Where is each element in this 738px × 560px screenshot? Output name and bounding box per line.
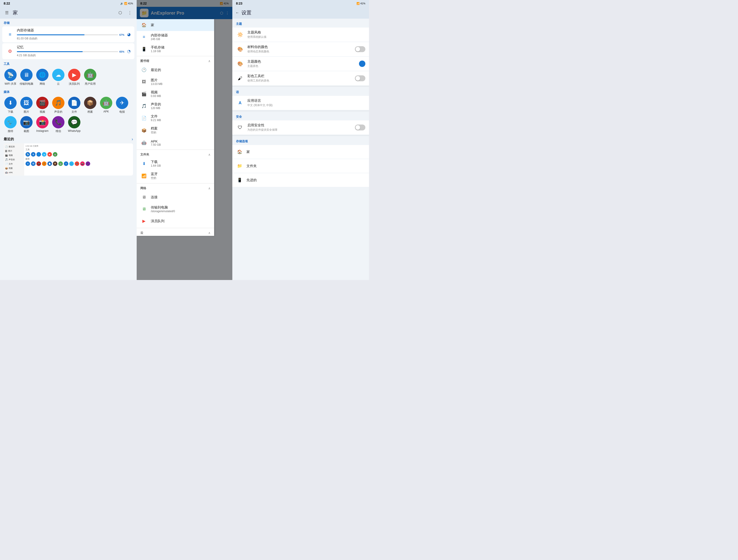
drawer-item-pics[interactable]: 🖼 图片 13.03 MB — [137, 76, 214, 88]
drawer-home-icon: 🏠 — [140, 21, 147, 29]
memory-chart-icon: ◔ — [127, 49, 131, 54]
media-whatsapp[interactable]: 💬 WhatsApp — [67, 116, 81, 133]
material-color-item[interactable]: 🎨 材料你的颜色 使用动态系统颜色 — [232, 42, 369, 56]
internal-storage-progress: 67% — [17, 33, 124, 36]
material-color-sub: 使用动态系统颜色 — [247, 50, 352, 53]
material-color-toggle[interactable] — [355, 46, 365, 52]
media-archive[interactable]: 📦 档案 — [83, 97, 97, 114]
status-icons-panel3: 📶 41% — [356, 2, 365, 5]
tool-cloud[interactable]: ☁ 云 — [51, 69, 65, 86]
thumb-status: 4.53 GB 已使用 — [25, 145, 132, 147]
recent-more-icon[interactable]: › — [132, 137, 133, 142]
drawer-item-recent[interactable]: 🕐 最近的 — [137, 64, 214, 76]
drawer-recent-name: 最近的 — [151, 68, 211, 72]
drawer-cloud-title: 云 — [140, 231, 143, 235]
colorful-toolbar-text: 彩色工具栏 使用工具栏的原色 — [247, 74, 352, 83]
panel-settings: 8:23 📶 41% ← 设置 主题 🔆 主题风格 使用系统默认值 🎨 材料你的… — [232, 0, 369, 280]
media-files[interactable]: 📄 文件 — [67, 97, 81, 114]
drawer-item-home[interactable]: 🏠 家 — [137, 19, 214, 31]
drawer-item-apk[interactable]: 🤖 APK 7.50 GB — [137, 137, 214, 149]
tt4: ☁ — [42, 152, 46, 157]
drawer-item-audio[interactable]: 🎵 声音的 120 MB — [137, 100, 214, 112]
memory-item[interactable]: ⚙ 记忆 65% 4.21 GB 自由的 ◔ — [2, 43, 134, 59]
drawer-transfer-pc-icon: 🖥 — [140, 205, 147, 213]
drawer-item-cast[interactable]: ▶ 演员队列 — [137, 215, 214, 227]
drawer-divider-4 — [137, 228, 214, 228]
storage-nav-folder[interactable]: 📁 文件夹 — [232, 159, 369, 173]
drawer-item-phone[interactable]: 📱 手机存储 1.18 GB — [137, 43, 214, 55]
drawer-apk-text: APK 7.50 GB — [151, 139, 211, 146]
drawer-item-download[interactable]: ⬇ 下载 1.64 GB — [137, 157, 214, 169]
panel-main: 8:22 🔊 📶 41% ☰ 家 ⬡ ⋮ 存储 ≡ 内部存储器 67% 81.0… — [0, 0, 137, 280]
menu-icon[interactable]: ☰ — [3, 9, 10, 16]
media-apk[interactable]: 🤖 APK — [99, 97, 113, 114]
colorful-toolbar-item[interactable]: 🖌 彩色工具栏 使用工具栏的原色 — [232, 71, 369, 85]
drawer-library-header: 图书馆 ∧ — [137, 57, 214, 64]
colorful-toolbar-toggle[interactable] — [355, 75, 365, 81]
drawer-videos-name: 视频 — [151, 90, 211, 94]
internal-storage-name: 内部存储器 — [17, 28, 124, 33]
media-twitter[interactable]: 🐦 推特 — [4, 116, 17, 133]
media-audio[interactable]: 🎵 声音的 — [51, 97, 65, 114]
security-toggle[interactable] — [355, 124, 365, 130]
tool-user-apps[interactable]: 🤖 用户应用 — [83, 69, 97, 86]
drawer-item-connect[interactable]: 🖥 连接 — [137, 191, 214, 203]
media-download[interactable]: ⬇ 下载 — [4, 97, 17, 114]
theme-style-sub: 使用系统默认值 — [247, 35, 365, 39]
drawer-cast-text: 演员队列 — [151, 219, 211, 223]
app-language-text: 应用语言 中文 (简体中文,中国) — [247, 99, 365, 107]
media-telegram[interactable]: ✈ 电报 — [115, 97, 129, 114]
drawer-videos-text: 视频 0.93 MB — [151, 90, 211, 98]
storage-nav-home[interactable]: 🏠 家 — [232, 145, 369, 159]
tool-wifi-share[interactable]: 📡 WiFi 共享 — [4, 69, 17, 86]
media-instagram[interactable]: 📸 Instagram — [36, 116, 49, 133]
theme-color-dot[interactable] — [359, 61, 365, 67]
drawer-audio-icon: 🎵 — [140, 102, 147, 110]
drawer-network-chevron[interactable]: ∧ — [208, 186, 211, 190]
drawer-archive-icon: 📦 — [140, 127, 147, 134]
media-photos[interactable]: 🖼 图片 — [20, 97, 33, 114]
drawer-item-transfer-pc[interactable]: 🖥 传输到电脑 /storage/emulated/0 — [137, 203, 214, 215]
drawer-library-chevron[interactable]: ∧ — [208, 59, 211, 63]
transfer-label: 传输到电脑 — [20, 82, 33, 86]
panel-explorer: 8:22 📶 41% 📁 AnExplorer Pro ⬡ ⋮ 🏠 家 ≡ 内部… — [137, 0, 232, 280]
time-panel1: 8:22 — [4, 2, 10, 5]
storage-nav-advanced[interactable]: 📱 先进的 — [232, 173, 369, 187]
media-screenshot[interactable]: 📷 截图 — [20, 116, 33, 133]
enable-security-sub: 为您的文件提供安全保障 — [247, 128, 352, 132]
tt2: 🖥 — [31, 152, 36, 157]
drawer-item-archive[interactable]: 📦 档案 空的 — [137, 124, 214, 137]
media-viber[interactable]: 📞 维伯 — [51, 116, 65, 133]
more-icon[interactable]: ⋮ — [126, 9, 133, 16]
internal-storage-pct: 67% — [119, 33, 124, 36]
lang-section-title: 语 — [232, 87, 369, 96]
media-video[interactable]: 🎬 视频 — [36, 97, 49, 114]
drawer-item-videos[interactable]: 🎬 视频 0.93 MB — [137, 88, 214, 100]
internal-storage-item[interactable]: ≡ 内部存储器 67% 81.03 GB 自由的 ◕ — [2, 26, 134, 42]
theme-color-sub: 主题原色 — [247, 64, 356, 68]
memory-progress-fill — [17, 51, 83, 52]
drawer-network-title: 网络 — [140, 186, 146, 190]
enable-security-item[interactable]: 🛡 启用安全性 为您的文件提供安全保障 — [232, 120, 369, 134]
drawer-cloud-chevron[interactable]: ∧ — [208, 231, 211, 235]
drawer-folder-chevron[interactable]: ∧ — [208, 153, 211, 156]
theme-color-item[interactable]: 🎨 主题颜色 主题原色 — [232, 57, 369, 71]
drawer-item-bluetooth[interactable]: 📶 蓝牙 空的 — [137, 169, 214, 182]
drawer-download-sub: 1.64 GB — [151, 164, 211, 167]
storage-nav-folder-label: 文件夹 — [247, 164, 257, 168]
back-button[interactable]: ← — [236, 11, 239, 15]
theme-color-text: 主题颜色 主题原色 — [247, 59, 356, 68]
drawer-videos-icon: 🎬 — [140, 90, 147, 98]
tool-cast[interactable]: ▶ 演员队列 — [67, 69, 81, 86]
tool-transfer[interactable]: 🖥 传输到电脑 — [20, 69, 33, 86]
drawer-folder-header: 文件夹 ∧ — [137, 151, 214, 157]
app-language-item[interactable]: A 应用语言 中文 (简体中文,中国) — [232, 96, 369, 110]
drawer-item-files[interactable]: 📄 文件 9.21 MB — [137, 112, 214, 124]
user-apps-label: 用户应用 — [85, 82, 96, 86]
thumb-media-label: 媒体 — [25, 157, 132, 160]
drawer-apk-icon: 🤖 — [140, 139, 147, 146]
cast-icon[interactable]: ⬡ — [117, 9, 124, 16]
drawer-item-internal[interactable]: ≡ 内部存储器 245 GB — [137, 31, 214, 43]
theme-style-item[interactable]: 🔆 主题风格 使用系统默认值 — [232, 28, 369, 42]
tool-network[interactable]: 🌐 网络 — [36, 69, 49, 86]
